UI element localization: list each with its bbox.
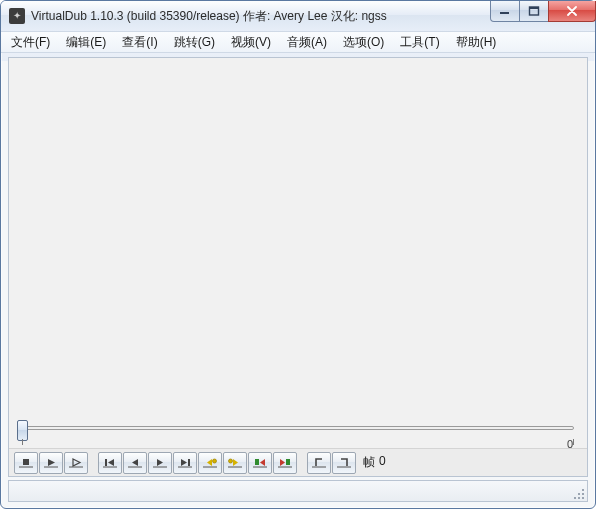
menu-go[interactable]: 跳转(G): [166, 32, 223, 52]
frame-readout: 帧 0: [363, 454, 386, 471]
menu-edit[interactable]: 编辑(E): [58, 32, 114, 52]
next-scene-button[interactable]: [273, 452, 297, 474]
minimize-icon: [499, 6, 511, 16]
menu-label: 跳转(G): [174, 34, 215, 51]
svg-marker-7: [108, 459, 114, 466]
svg-marker-14: [233, 459, 238, 466]
step-back-button[interactable]: [123, 452, 147, 474]
menubar: 文件(F) 编辑(E) 查看(I) 跳转(G) 视频(V) 音频(A) 选项(O…: [1, 31, 595, 53]
menu-label: 文件(F): [11, 34, 50, 51]
next-scene-icon: [277, 456, 293, 470]
menu-audio[interactable]: 音频(A): [279, 32, 335, 52]
menu-file[interactable]: 文件(F): [3, 32, 58, 52]
slider-end-label: 0: [567, 438, 573, 450]
svg-rect-16: [255, 459, 259, 465]
menu-options[interactable]: 选项(O): [335, 32, 392, 52]
menu-help[interactable]: 帮助(H): [448, 32, 505, 52]
play-input-button[interactable]: [39, 452, 63, 474]
mark-out-icon: [336, 456, 352, 470]
menu-video[interactable]: 视频(V): [223, 32, 279, 52]
prev-scene-icon: [252, 456, 268, 470]
play-output-button[interactable]: [64, 452, 88, 474]
menu-label: 视频(V): [231, 34, 271, 51]
step-forward-icon: [152, 456, 168, 470]
go-end-icon: [177, 456, 193, 470]
svg-point-15: [229, 459, 233, 463]
mark-out-button[interactable]: [332, 452, 356, 474]
svg-marker-17: [260, 459, 265, 466]
frame-value: 0: [379, 454, 386, 471]
app-window: ✦ VirtualDub 1.10.3 (build 35390/release…: [0, 0, 596, 509]
next-keyframe-button[interactable]: [223, 452, 247, 474]
go-start-button[interactable]: [98, 452, 122, 474]
window-title: VirtualDub 1.10.3 (build 35390/release) …: [31, 8, 491, 25]
menu-label: 工具(T): [400, 34, 439, 51]
go-start-icon: [102, 456, 118, 470]
svg-rect-11: [188, 459, 190, 466]
svg-rect-19: [286, 459, 290, 465]
close-button[interactable]: [548, 1, 596, 22]
maximize-button[interactable]: [519, 1, 549, 22]
next-keyframe-icon: [227, 456, 243, 470]
slider-track: [22, 426, 574, 430]
slider-ticks: [22, 439, 574, 445]
prev-scene-button[interactable]: [248, 452, 272, 474]
minimize-button[interactable]: [490, 1, 520, 22]
go-end-button[interactable]: [173, 452, 197, 474]
window-buttons: [491, 1, 596, 22]
svg-rect-3: [23, 459, 29, 465]
maximize-icon: [528, 6, 540, 16]
menu-label: 音频(A): [287, 34, 327, 51]
svg-marker-12: [207, 459, 212, 466]
prev-keyframe-button[interactable]: [198, 452, 222, 474]
svg-marker-4: [48, 459, 55, 466]
close-icon: [565, 6, 579, 16]
resize-grip[interactable]: [570, 485, 584, 499]
svg-rect-2: [530, 7, 539, 9]
play-output-icon: [68, 456, 84, 470]
stop-icon: [18, 456, 34, 470]
position-slider[interactable]: 0: [17, 420, 579, 448]
video-viewport: [9, 58, 587, 418]
transport-toolbar: 帧 0: [9, 448, 587, 476]
menu-label: 编辑(E): [66, 34, 106, 51]
svg-marker-5: [73, 459, 80, 466]
mark-in-button[interactable]: [307, 452, 331, 474]
menu-view[interactable]: 查看(I): [114, 32, 165, 52]
slider-thumb[interactable]: [17, 420, 28, 441]
stop-button[interactable]: [14, 452, 38, 474]
statusbar: [8, 480, 588, 502]
step-back-icon: [127, 456, 143, 470]
client-area: 0: [8, 57, 588, 477]
svg-rect-0: [500, 12, 509, 14]
mark-in-icon: [311, 456, 327, 470]
svg-marker-9: [157, 459, 163, 466]
menu-label: 帮助(H): [456, 34, 497, 51]
menu-label: 查看(I): [122, 34, 157, 51]
app-icon: ✦: [9, 8, 25, 24]
titlebar[interactable]: ✦ VirtualDub 1.10.3 (build 35390/release…: [1, 1, 595, 31]
menu-tools[interactable]: 工具(T): [392, 32, 447, 52]
svg-marker-10: [181, 459, 187, 466]
step-forward-button[interactable]: [148, 452, 172, 474]
prev-keyframe-icon: [202, 456, 218, 470]
svg-rect-6: [105, 459, 107, 466]
play-icon: [43, 456, 59, 470]
svg-marker-8: [132, 459, 138, 466]
svg-point-13: [213, 459, 217, 463]
menu-label: 选项(O): [343, 34, 384, 51]
frame-label: 帧: [363, 454, 375, 471]
svg-marker-18: [280, 459, 285, 466]
position-slider-wrap: 0: [9, 418, 587, 448]
